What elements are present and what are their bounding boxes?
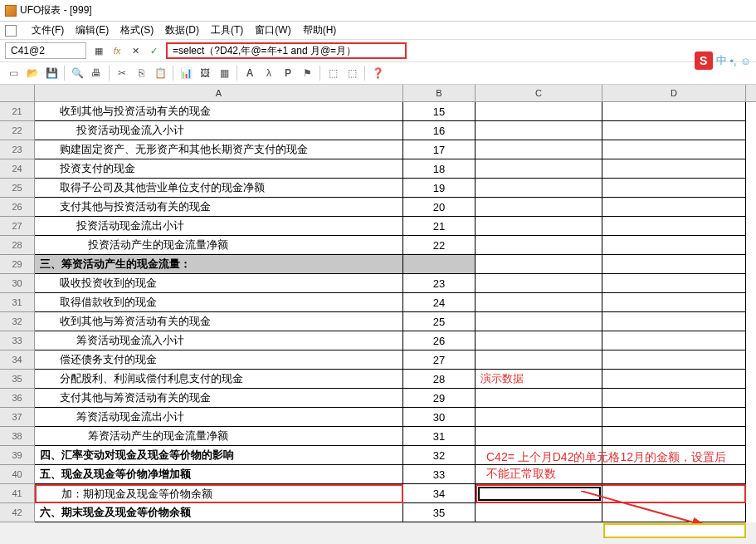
cell-a[interactable]: 取得借款收到的现金: [35, 293, 403, 312]
cell-a[interactable]: 筹资活动产生的现金流量净额: [35, 427, 403, 446]
p-icon[interactable]: P: [280, 65, 296, 81]
cell-c[interactable]: [476, 331, 602, 350]
cancel-icon[interactable]: ✕: [128, 43, 143, 58]
cell-d[interactable]: [602, 350, 746, 370]
menu-window[interactable]: 窗口(W): [255, 23, 290, 37]
tool2-icon[interactable]: ⬚: [344, 65, 360, 81]
cell-c[interactable]: [476, 446, 602, 465]
cell-d[interactable]: [602, 331, 746, 350]
confirm-icon[interactable]: ✓: [146, 43, 161, 58]
cell-a[interactable]: 六、期末现金及现金等价物余额: [35, 503, 403, 522]
cell-c[interactable]: [476, 293, 602, 312]
cell-d[interactable]: [602, 446, 746, 465]
row-header[interactable]: 28: [0, 236, 35, 255]
cell-a[interactable]: 加：期初现金及现金等价物余额: [35, 484, 403, 503]
cell-b[interactable]: 25: [403, 312, 476, 331]
ime-s-badge[interactable]: S: [695, 51, 713, 70]
spreadsheet[interactable]: A B C D 21收到其他与投资活动有关的现金1522投资活动现金流入小计16…: [0, 85, 756, 522]
cell-b[interactable]: 24: [403, 293, 476, 312]
cell-b[interactable]: 19: [403, 179, 476, 198]
col-header-d[interactable]: D: [602, 85, 746, 101]
row-header[interactable]: 30: [0, 274, 35, 293]
cell-a[interactable]: 投资活动现金流入小计: [35, 121, 403, 140]
row-header[interactable]: 31: [0, 293, 35, 312]
row-header[interactable]: 21: [0, 102, 35, 121]
cell-a[interactable]: 购建固定资产、无形资产和其他长期资产支付的现金: [35, 140, 403, 159]
open-icon[interactable]: 📂: [24, 65, 41, 81]
ime-lang[interactable]: 中: [716, 53, 727, 68]
row-header[interactable]: 23: [0, 140, 35, 159]
cell-b[interactable]: 26: [403, 331, 476, 350]
row-header[interactable]: 32: [0, 312, 35, 331]
cell-a[interactable]: 取得子公司及其他营业单位支付的现金净额: [35, 179, 403, 198]
cell-c[interactable]: [476, 312, 602, 331]
row-header[interactable]: 35: [0, 370, 35, 389]
cell-b[interactable]: 35: [403, 503, 476, 522]
cell-b[interactable]: 17: [403, 140, 476, 159]
row-header[interactable]: 29: [0, 255, 35, 274]
bold-icon[interactable]: A: [241, 65, 258, 81]
tool1-icon[interactable]: ⬚: [324, 65, 341, 81]
cell-c[interactable]: [476, 255, 602, 274]
image-icon[interactable]: 🖼: [197, 65, 213, 81]
table-row[interactable]: 34偿还债务支付的现金27: [0, 350, 756, 370]
cell-b[interactable]: 31: [403, 427, 476, 446]
table-row[interactable]: 32收到其他与筹资活动有关的现金25: [0, 312, 756, 331]
row-header[interactable]: 26: [0, 198, 35, 217]
row-header[interactable]: 34: [0, 350, 35, 370]
table-row[interactable]: 35分配股利、利润或偿付利息支付的现金28演示数据: [0, 370, 756, 389]
cell-a[interactable]: 投资活动产生的现金流量净额: [35, 236, 403, 255]
cell-a[interactable]: 支付其他与筹资活动有关的现金: [35, 389, 403, 408]
cell-b[interactable]: 21: [403, 217, 476, 236]
row-header[interactable]: 33: [0, 331, 35, 350]
save-icon[interactable]: 💾: [43, 65, 60, 81]
menu-tool[interactable]: 工具(T): [211, 23, 243, 37]
cell-d[interactable]: [602, 389, 746, 408]
cell-a[interactable]: 吸收投资收到的现金: [35, 274, 403, 293]
table-row[interactable]: 40五、现金及现金等价物净增加额33: [0, 465, 756, 484]
row-header[interactable]: 40: [0, 465, 35, 484]
cell-b[interactable]: 28: [403, 370, 476, 389]
cell-b[interactable]: 33: [403, 465, 476, 484]
cell-a[interactable]: 三、筹资活动产生的现金流量：: [35, 255, 403, 274]
new-icon[interactable]: ▭: [5, 65, 22, 81]
table-row[interactable]: 27投资活动现金流出小计21: [0, 217, 756, 236]
cell-b[interactable]: 34: [403, 484, 476, 503]
ime-extras[interactable]: •ˌ ☺: [730, 55, 751, 67]
col-header-c[interactable]: C: [476, 85, 602, 101]
paste-icon[interactable]: 📋: [152, 65, 168, 81]
cell-c[interactable]: [476, 484, 602, 503]
cell-c[interactable]: [476, 159, 602, 179]
cell-c[interactable]: [476, 408, 602, 427]
cell-b[interactable]: 30: [403, 408, 476, 427]
row-header[interactable]: 41: [0, 484, 35, 503]
table-row[interactable]: 29三、筹资活动产生的现金流量：: [0, 255, 756, 274]
row-header[interactable]: 42: [0, 503, 35, 522]
cell-a[interactable]: 投资活动现金流出小计: [35, 217, 403, 236]
row-header[interactable]: 36: [0, 389, 35, 408]
table-row[interactable]: 41加：期初现金及现金等价物余额34: [0, 484, 756, 503]
table-row[interactable]: 28投资活动产生的现金流量净额22: [0, 236, 756, 255]
fx-label[interactable]: fx: [110, 43, 124, 58]
table-row[interactable]: 42六、期末现金及现金等价物余额35: [0, 503, 756, 522]
row-header[interactable]: 22: [0, 121, 35, 140]
cell-c[interactable]: 演示数据: [476, 370, 602, 389]
cell-c[interactable]: [476, 427, 602, 446]
cell-a[interactable]: 支付其他与投资活动有关的现金: [35, 198, 403, 217]
menu-file[interactable]: 文件(F): [32, 23, 64, 37]
cell-d[interactable]: [602, 102, 746, 121]
grid-icon[interactable]: ▦: [91, 43, 106, 58]
cell-b[interactable]: 20: [403, 198, 476, 217]
cell-d[interactable]: [602, 217, 746, 236]
col-header-a[interactable]: A: [35, 85, 403, 101]
cell-c[interactable]: [476, 465, 602, 484]
cell-d[interactable]: [602, 370, 746, 389]
print-icon[interactable]: 🖶: [88, 65, 105, 81]
cell-a[interactable]: 五、现金及现金等价物净增加额: [35, 465, 403, 484]
cell-a[interactable]: 四、汇率变动对现金及现金等价物的影响: [35, 446, 403, 465]
cell-b[interactable]: 22: [403, 236, 476, 255]
cell-reference[interactable]: C41@2: [5, 42, 86, 59]
cell-b[interactable]: 16: [403, 121, 476, 140]
table-row[interactable]: 36支付其他与筹资活动有关的现金29: [0, 389, 756, 408]
table-row[interactable]: 33筹资活动现金流入小计26: [0, 331, 756, 350]
